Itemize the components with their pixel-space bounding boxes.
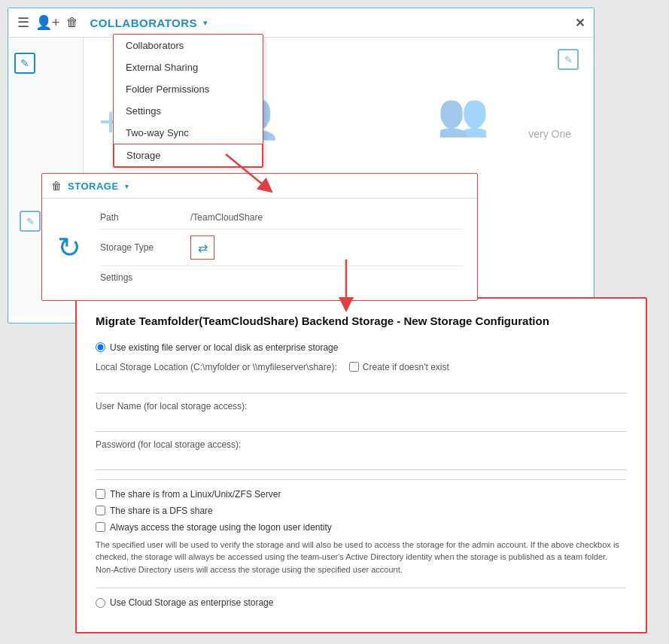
radio-option-1-row: Use existing file server or local disk a… [96,342,627,353]
dfs-label: The share is a DFS share [110,506,213,516]
create-if-not-exists-row: Create if doesn't exist [349,362,449,372]
radio-option-2-row: Use Cloud Storage as enterprise storage [96,597,627,608]
path-value: /TeamCloudShare [190,212,263,223]
radio-option-2-label: Use Cloud Storage as enterprise storage [110,597,273,608]
username-input[interactable] [96,414,627,432]
storage-type-label: Storage Type [100,242,190,253]
menu-item-external-sharing[interactable]: External Sharing [114,56,263,78]
menu-item-two-way-sync[interactable]: Two-way Sync [114,122,263,144]
settings-label: Settings [100,272,190,283]
trash-icon[interactable]: 🗑 [66,16,78,29]
menu-item-collaborators[interactable]: Collaborators [114,35,263,56]
dfs-checkbox-row: The share is a DFS share [96,506,627,516]
divider-1 [96,479,627,480]
form-dialog: Migrate Teamfolder(TeamCloudShare) Backe… [75,297,647,633]
username-field-row: User Name (for local storage access): [96,401,627,432]
radio-option-1-label: Use existing file server or local disk a… [110,342,338,353]
list-icon: ☰ [17,14,29,31]
password-field-row: Password (for local storage access): [96,439,627,470]
close-button[interactable]: ✕ [575,16,585,30]
radio-option-2[interactable] [96,598,105,608]
storage-refresh-icon: ↻ [57,231,81,264]
dropdown-menu: Collaborators External Sharing Folder Pe… [113,34,263,168]
storage-trash-icon[interactable]: 🗑 [51,180,62,192]
path-label: Path [100,212,190,223]
linux-checkbox[interactable] [96,489,105,499]
create-if-not-exists-label: Create if doesn't exist [363,362,449,372]
storage-type-button[interactable]: ⇄ [190,235,214,260]
form-title: Migrate Teamfolder(TeamCloudShare) Backe… [96,314,627,329]
radio-option-1[interactable] [96,342,105,352]
add-user-icon: 👤+ [35,14,60,31]
logon-label: Always access the storage using the logo… [110,522,332,533]
header-title: COLLABORATORS [90,17,198,29]
arrow-1 [203,150,293,196]
left-panel-item1: ✎ [8,38,83,68]
edit-icon-top-right[interactable]: ✎ [558,49,579,70]
header-left: ☰ 👤+ 🗑 COLLABORATORS ▾ [17,14,208,31]
linux-checkbox-row: The share is from a Linux/Unix/ZFS Serve… [96,489,627,500]
dfs-checkbox[interactable] [96,506,105,515]
logon-checkbox-row: Always access the storage using the logo… [96,522,627,533]
menu-item-folder-permissions[interactable]: Folder Permissions [114,78,263,100]
storage-row-path: Path /TeamCloudShare [100,206,462,229]
username-label: User Name (for local storage access): [96,401,627,412]
storage-row-settings: Settings [100,266,462,289]
storage-dropdown-arrow[interactable]: ▾ [125,182,129,190]
background-text: very One [528,128,571,140]
create-if-not-exists-checkbox[interactable] [349,362,359,372]
storage-panel-title: STORAGE [68,181,119,192]
linux-label: The share is from a Linux/Unix/ZFS Serve… [110,489,281,500]
edit-icon-bottom-left[interactable]: ✎ [20,211,41,232]
password-label: Password (for local storage access): [96,439,627,450]
password-input[interactable] [96,452,627,470]
divider-2 [96,588,627,588]
menu-item-settings[interactable]: Settings [114,100,263,122]
local-storage-label: Local Storage Location (C:\myfolder or \… [96,362,337,372]
logon-checkbox[interactable] [96,522,105,532]
info-text: The specified user will be used to verif… [96,539,627,576]
local-storage-field-row: Local Storage Location (C:\myfolder or \… [96,362,627,393]
person-group-icon: 👥 [437,90,489,139]
edit-icon-1[interactable]: ✎ [14,53,35,74]
header-dropdown-arrow[interactable]: ▾ [203,18,208,28]
storage-row-type: Storage Type ⇄ [100,229,462,266]
main-window-header: ☰ 👤+ 🗑 COLLABORATORS ▾ ✕ [8,8,594,38]
arrow-2 [327,256,373,312]
storage-type-icon: ⇄ [198,241,208,255]
local-storage-input[interactable] [96,375,627,393]
